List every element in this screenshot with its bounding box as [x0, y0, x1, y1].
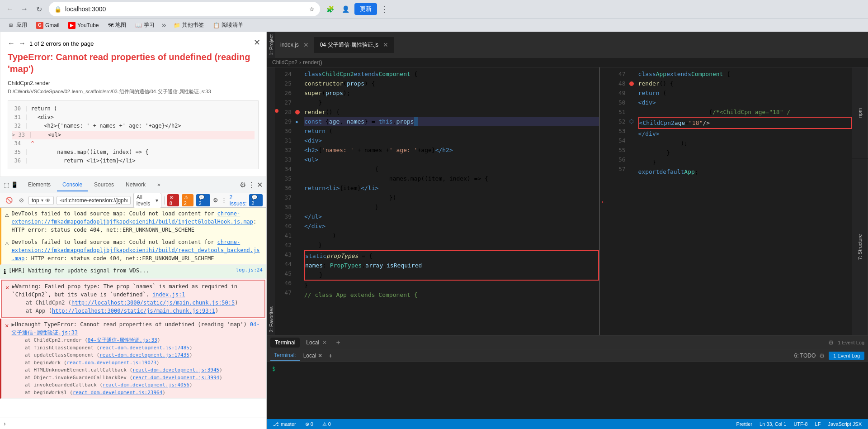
trace-link[interactable]: 04-父子通信-属性验证.js:33 [88, 337, 157, 343]
encoding-item[interactable]: UTF-8 [792, 421, 809, 427]
terminal-tab[interactable]: Terminal [270, 338, 300, 348]
error-prev-button[interactable]: ← [8, 39, 15, 48]
log-source-link[interactable]: log.js:24 [236, 267, 263, 274]
todo-tab-label[interactable]: 6: TODO [794, 353, 816, 359]
more-bookmarks-icon[interactable]: » [160, 19, 168, 31]
tab-validation-js[interactable]: 04-父子通信-属性验证.js ✕ [315, 37, 394, 53]
error-badge[interactable]: ⊗ 8 [167, 194, 179, 206]
refresh-button[interactable]: ↻ [33, 3, 45, 15]
tab-sources[interactable]: Sources [89, 179, 119, 191]
console-toolbar: 🚫 ⊘ top ▾ 👁 All levels ▾ ⊗ 8 ⚠ 2 💬 2 ⚙ ⋮… [0, 193, 266, 208]
context-dropdown-icon[interactable]: ▾ [41, 198, 43, 203]
youtube-icon: ▶ [68, 22, 75, 29]
trace-link-7[interactable]: react-dom.development.js:4056 [103, 382, 189, 388]
all-levels-dropdown[interactable]: All levels ▾ [133, 193, 161, 208]
back-button[interactable]: ← [4, 3, 16, 15]
settings-console-icon[interactable]: ⚙ [213, 197, 218, 204]
devtools-inspect-icon[interactable]: ⬚ [4, 181, 9, 188]
address-bar[interactable]: 🔒 localhost:3000 ☆ [49, 2, 320, 16]
trace-link-8[interactable]: react-dom.development.js:23964 [73, 390, 163, 396]
git-branch-item[interactable]: ⎇ master [271, 421, 298, 427]
stop-button[interactable]: ⊘ [17, 196, 26, 205]
warning-badge[interactable]: ⚠ 2 [182, 194, 194, 206]
bookmark-maps[interactable]: 🗺 地图 [104, 20, 130, 30]
console-input[interactable] [9, 420, 263, 427]
more-console-icon[interactable]: ⋮ [221, 197, 227, 204]
tab-label: 04-父子通信-属性验证.js [320, 41, 378, 49]
nav-buttons: ← → ↻ [4, 3, 45, 15]
bookmark-youtube[interactable]: ▶ YouTube [65, 20, 102, 30]
update-button[interactable]: 更新 [354, 3, 377, 15]
more-button[interactable]: ⋮ [380, 4, 389, 14]
star-icon[interactable]: ☆ [309, 6, 315, 13]
line-ending-label: LF [815, 421, 821, 427]
warnings-item[interactable]: ⚠ 0 [321, 421, 333, 427]
tab-more[interactable]: » [152, 179, 166, 191]
trace-link-2[interactable]: react-dom.development.js:17485 [99, 345, 189, 351]
close-tab-icon[interactable]: ✕ [303, 41, 309, 48]
clear-console-button[interactable]: 🚫 [4, 196, 14, 205]
profile-button[interactable]: 👤 [339, 3, 352, 15]
tab-elements[interactable]: Elements [23, 179, 56, 191]
tab-index-js[interactable]: index.js ✕ [275, 37, 315, 53]
bookmark-reading[interactable]: 📋 阅读清单 [209, 20, 247, 30]
message-text: DevTools failed to load source map: Coul… [11, 238, 263, 262]
event-log-label[interactable]: 1 Event Log [838, 340, 864, 345]
info-badge[interactable]: 💬 2 [196, 194, 210, 206]
error-next-button[interactable]: → [19, 39, 26, 48]
prettier-item[interactable]: Prettier [735, 421, 754, 427]
code-area-left: class ChildCpn2 extends Component { cons… [304, 67, 599, 335]
terminal-settings-icon[interactable]: ⚙ [828, 339, 834, 346]
add-terminal-icon[interactable]: + [333, 338, 343, 348]
terminal-settings-icon-2[interactable]: ⚙ [819, 352, 825, 359]
close-devtools-icon[interactable]: ✕ [257, 181, 263, 189]
trace-link-3[interactable]: react-dom.development.js:17435 [99, 352, 189, 358]
error-close-button[interactable]: ✕ [254, 38, 260, 48]
language-item[interactable]: JavaScript JSX [826, 421, 863, 427]
tab-console[interactable]: Console [57, 179, 88, 191]
forward-button[interactable]: → [18, 3, 31, 15]
validation-link[interactable]: 04-父子通信-属性验证.js:33 [11, 321, 259, 336]
extensions-button[interactable]: 🧩 [324, 3, 336, 15]
structure-strip[interactable]: 7: Structure [852, 159, 868, 335]
line-ending-item[interactable]: LF [813, 421, 823, 427]
project-strip[interactable]: 1: Project [267, 32, 275, 58]
terminal-input[interactable] [278, 366, 810, 372]
ln-col-item[interactable]: Ln 33, Col 1 [758, 421, 788, 427]
editor-tabs-container: 1: Project index.js ✕ 04-父子通信-属性验证.js ✕ [267, 32, 868, 58]
source-map-link[interactable]: chrome-extension://fmkadmapgofadopljbjfk… [11, 210, 253, 225]
error-text: ▶Warning: Failed prop type: The prop `na… [12, 282, 261, 299]
trace-link-6[interactable]: react-dom.development.js:3994 [132, 375, 219, 381]
expand-icon[interactable]: ▶ [11, 321, 14, 328]
errors-item[interactable]: ⊗ 0 [303, 421, 315, 427]
local-tab[interactable]: Local ✕ [302, 338, 331, 348]
event-log-button[interactable]: 1 Event Log [829, 352, 864, 360]
console-filter-input[interactable] [57, 196, 131, 205]
bookmark-other[interactable]: 📁 其他书签 [170, 20, 208, 30]
favorites-strip[interactable]: 2: Favorites [267, 67, 275, 335]
bookmark-study[interactable]: 📖 学习 [132, 20, 158, 30]
terminal-add-icon[interactable]: + [326, 352, 335, 359]
npm-strip[interactable]: npm [852, 67, 868, 158]
terminal-label[interactable]: Terminal: [270, 350, 300, 361]
trace-link-4[interactable]: react-dom.development.js:19073 [66, 360, 156, 366]
source-map-link-2[interactable]: chrome-extension://fmkadmapgofadopljbjfk… [11, 239, 259, 262]
close-tab-icon[interactable]: ✕ [383, 41, 388, 48]
devtools-device-icon[interactable]: 📱 [11, 181, 18, 188]
more-devtools-icon[interactable]: ⋮ [248, 181, 255, 189]
bookmark-label: Gmail [45, 22, 59, 29]
issues-button[interactable]: 2 Issues: 💬 2 [230, 194, 263, 207]
index-link[interactable]: index.js:1 [152, 291, 185, 298]
warning-count-icon: ⚠ 0 [322, 421, 331, 427]
bookmark-apps[interactable]: ⊞ 应用 [4, 20, 31, 30]
local-label[interactable]: Local ✕ [300, 351, 326, 361]
chunk-link-2[interactable]: http://localhost:3000/static/js/main.chu… [52, 308, 215, 314]
bookmark-gmail[interactable]: G Gmail [33, 20, 63, 30]
tab-network[interactable]: Network [120, 179, 151, 191]
settings-icon[interactable]: ⚙ [240, 181, 246, 189]
chunk-link[interactable]: http://localhost:3000/static/js/main.chu… [71, 300, 235, 306]
expand-icon[interactable]: ▶ [12, 283, 15, 290]
trace-link-5[interactable]: react-dom.development.js:3945 [132, 367, 219, 373]
eye-icon[interactable]: 👁 [45, 197, 51, 204]
close-local-tab-icon[interactable]: ✕ [322, 339, 327, 346]
